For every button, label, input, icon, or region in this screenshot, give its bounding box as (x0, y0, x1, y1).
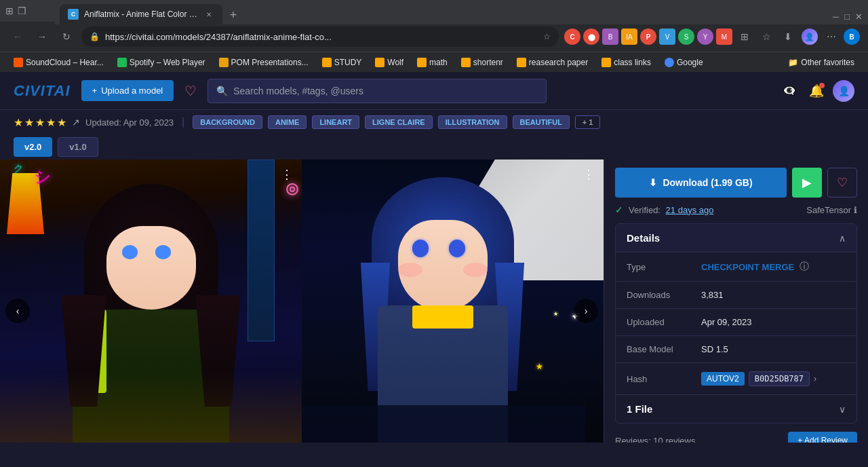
minimize-win[interactable]: ─ (833, 12, 839, 22)
tag-ligne-claire[interactable]: LIGNE CLAIRE (365, 115, 433, 129)
refresh-button[interactable]: ↻ (57, 27, 76, 46)
bookmarks-bar: SoundCloud – Hear... Spotify – Web Playe… (0, 52, 868, 72)
tab-title: Aniflatmix - Anime Flat Color Sty... (84, 10, 198, 19)
star-rating: ★ ★ ★ ★ ★ (14, 116, 66, 129)
version-v2-button[interactable]: v2.0 (14, 137, 52, 157)
bing-button[interactable]: B (844, 29, 860, 45)
extension-icon-7[interactable]: S (678, 29, 694, 45)
bookmark-wolf[interactable]: Wolf (370, 56, 409, 69)
favorites-heart-button[interactable]: ♡ (184, 83, 197, 99)
bookmark-label: Spotify – Web Player (130, 58, 205, 67)
logo-accent: AI (54, 82, 71, 99)
extension-icon-9[interactable]: M (716, 29, 732, 45)
bookmark-spotify[interactable]: Spotify – Web Player (112, 56, 211, 69)
image-menu-button-1[interactable]: ⋮ (277, 165, 296, 184)
info-icon[interactable]: ℹ (854, 205, 857, 215)
tag-more[interactable]: + 1 (575, 115, 601, 129)
file-label: 1 File (627, 403, 652, 415)
new-tab-button[interactable]: + (224, 5, 243, 24)
extension-icon-8[interactable]: Y (697, 29, 713, 45)
active-tab[interactable]: C Aniflatmix - Anime Flat Color Sty... ✕ (60, 4, 222, 24)
bookmark-math[interactable]: math (412, 56, 453, 69)
hash-row: Hash AUTOV2 B0D25DB787 › (616, 362, 856, 394)
eye-icon: 👁‍🗨 (783, 84, 796, 97)
file-row[interactable]: 1 File ∨ (616, 394, 856, 423)
hash-value-group: AUTOV2 B0D25DB787 › (701, 371, 816, 386)
address-bar[interactable]: 🔒 https://civitai.com/models/24387/anifl… (81, 26, 559, 47)
bookmark-label: Google (677, 58, 703, 67)
image-next-button[interactable]: › (574, 299, 598, 323)
type-value[interactable]: CHECKPOINT MERGE (701, 262, 794, 272)
verified-date-link[interactable]: 21 days ago (666, 205, 714, 215)
tag-background[interactable]: BACKGROUND (193, 115, 262, 129)
bookmark-research[interactable]: reasearch paper (511, 56, 593, 69)
image-card-1[interactable]: シ ク ◎ (0, 160, 302, 443)
tag-anime[interactable]: ANIME (268, 115, 307, 129)
browser-chrome: ⊞ ❐ C Aniflatmix - Anime Flat Color Sty.… (0, 0, 868, 72)
tag-lineart[interactable]: LINEART (312, 115, 359, 129)
hash-autov2-tag[interactable]: AUTOV2 (701, 372, 745, 386)
extension-icon-1[interactable]: C (564, 29, 580, 45)
downloads-button[interactable]: ⬇ (778, 27, 797, 46)
url-text: https://civitai.com/models/24387/aniflat… (105, 32, 538, 42)
tag-beautiful[interactable]: BEAUTIFUL (513, 115, 570, 129)
profile-button[interactable]: 👤 (800, 27, 819, 46)
bookmark-study[interactable]: STUDY (317, 56, 368, 69)
notifications-button[interactable]: 🔔 (806, 80, 827, 102)
image-card-2[interactable]: ✦ ✦ ★ ★ ★ ★ ★ (302, 160, 604, 443)
hash-expand-icon[interactable]: › (814, 374, 816, 384)
pom-icon (219, 58, 229, 67)
extension-icon-3[interactable]: B (602, 29, 618, 45)
play-button[interactable]: ▶ (792, 168, 822, 198)
version-v1-button[interactable]: v1.0 (58, 137, 98, 157)
image-prev-button[interactable]: ‹ (5, 299, 30, 323)
tag-illustration[interactable]: ILLUSTRATION (438, 115, 507, 129)
details-header[interactable]: Details ∧ (616, 224, 856, 252)
star-url[interactable]: ☆ (543, 32, 551, 41)
extension-icon-2[interactable]: ⬤ (583, 29, 599, 45)
save-heart-button[interactable]: ♡ (827, 168, 857, 198)
verified-row: ✓ Verified: 21 days ago SafeTensor ℹ (615, 204, 857, 215)
site-logo[interactable]: CIVITAI (14, 82, 71, 100)
download-button[interactable]: ⬇ Download (1.99 GB) (615, 168, 787, 198)
favorites-button[interactable]: ☆ (757, 27, 776, 46)
tab-favicon: C (68, 9, 79, 20)
type-info-icon[interactable]: ⓘ (800, 261, 809, 273)
add-review-button[interactable]: + Add Review (788, 432, 857, 443)
play-icon: ▶ (802, 175, 812, 190)
nav-icons: C ⬤ B IA P V S Y M ⊞ ☆ ⬇ 👤 ⋯ B (564, 27, 860, 46)
logo-text: CIVIT (14, 82, 54, 99)
user-avatar[interactable]: 👤 (833, 80, 854, 102)
visibility-toggle[interactable]: 👁‍🗨 (778, 80, 800, 102)
bookmark-label: reasearch paper (529, 58, 588, 67)
extension-icon-4[interactable]: IA (621, 29, 637, 45)
base-model-value: SD 1.5 (701, 344, 728, 354)
extension-icon-6[interactable]: V (659, 29, 675, 45)
bookmark-shortenr[interactable]: shortenr (456, 56, 509, 69)
safe-tensor-badge: SafeTensor ℹ (806, 205, 857, 215)
upload-model-button[interactable]: + Upload a model (81, 80, 174, 101)
close-win[interactable]: ✕ (855, 12, 863, 22)
bookmark-more[interactable]: 📁 Other favorites (783, 56, 860, 69)
details-chevron-icon: ∧ (839, 233, 846, 244)
forward-button[interactable]: → (33, 27, 52, 46)
search-icon: 🔍 (216, 86, 228, 96)
extensions-button[interactable]: ⊞ (735, 27, 754, 46)
maximize-win[interactable]: □ (844, 12, 850, 22)
bookmark-pom[interactable]: POM Presentations... (214, 56, 314, 69)
bookmark-soundcloud[interactable]: SoundCloud – Hear... (8, 56, 109, 69)
site-header: CIVITAI + Upload a model ♡ 🔍 Search mode… (0, 72, 868, 110)
bookmark-class[interactable]: class links (596, 56, 656, 69)
back-button[interactable]: ← (8, 27, 27, 46)
rating-expand[interactable]: ↗ (72, 117, 80, 128)
menu-button[interactable]: ⋯ (822, 27, 841, 46)
bookmark-label: SoundCloud – Hear... (26, 58, 104, 67)
image-menu-button-2[interactable]: ⋮ (579, 165, 598, 184)
soundcloud-icon (14, 58, 23, 67)
search-bar[interactable]: 🔍 Search models, #tags, @users (208, 79, 547, 103)
tab-close-button[interactable]: ✕ (203, 9, 214, 20)
bookmark-label: POM Presentations... (231, 58, 309, 67)
bookmark-google[interactable]: Google (659, 56, 709, 69)
extension-icon-5[interactable]: P (640, 29, 656, 45)
bookmark-label: math (429, 58, 448, 67)
